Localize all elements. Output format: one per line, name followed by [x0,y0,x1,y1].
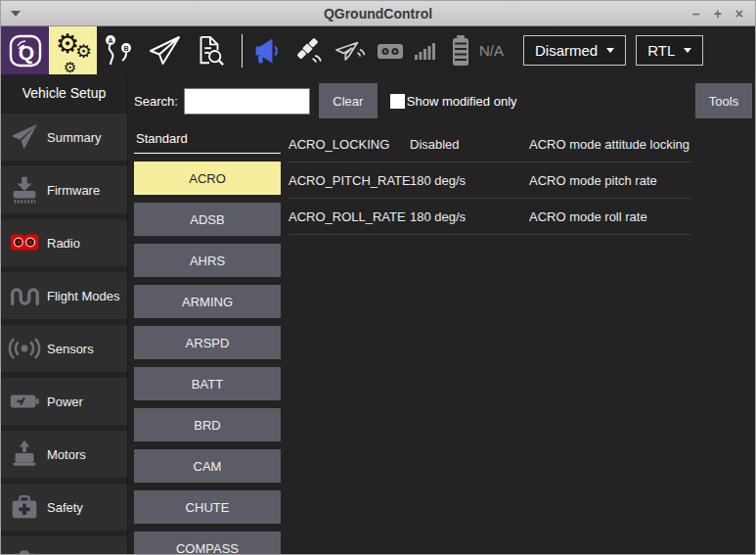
category-ahrs[interactable]: AHRS [134,244,281,277]
param-description: ACRO mode roll rate [529,209,691,224]
main-toolbar: Q ⚙ ⚙ ⚙ A B [1,26,755,74]
parameter-table: ACRO_LOCKING Disabled ACRO mode attitude… [289,126,691,554]
sidebar-item-motors[interactable]: Motors [1,431,127,478]
messages-indicator[interactable] [252,35,284,67]
category-chute[interactable]: CHUTE [134,490,281,524]
paper-plane-icon [147,33,182,69]
maximize-button[interactable]: + [714,7,722,21]
flight-modes-wave-icon [5,276,44,315]
category-list: Standard ACRO ADSB AHRS ARMING ARSPD BAT… [134,126,281,554]
sidebar-item-label: Sensors [47,342,94,356]
param-description: ACRO mode pitch rate [529,173,691,188]
chevron-down-icon [684,48,691,53]
param-name: ACRO_ROLL_RATE [289,209,410,224]
search-label: Search: [134,94,178,109]
plan-view-button[interactable]: A B [97,26,142,74]
telemetry-plane-icon [333,35,368,67]
close-button[interactable]: × [735,7,743,21]
sidebar-item-camera[interactable]: Camera [1,536,127,555]
param-value: Disabled [410,137,529,152]
minimize-button[interactable]: – [692,7,700,21]
search-input[interactable] [184,88,310,115]
rc-signal-indicator[interactable] [415,41,436,61]
sensors-icon [5,329,44,368]
category-compass[interactable]: COMPASS [134,532,281,554]
fly-view-button[interactable] [142,26,187,74]
show-modified-label: Show modified only [407,94,517,109]
gear-icon: ⚙ [75,40,92,63]
megaphone-icon [252,35,284,67]
battery-indicator[interactable] [451,35,470,67]
waypoints-icon: A B [102,33,137,69]
sidebar-item-label: Safety [47,500,83,515]
clear-button[interactable]: Clear [319,83,378,118]
safety-case-icon [5,487,44,527]
titlebar: QGroundControl – + × [1,1,755,26]
qgc-logo-icon: Q [8,33,43,69]
param-value: 180 deg/s [410,209,529,224]
satellite-icon [292,35,324,67]
sidebar-item-summary[interactable]: Summary [1,114,127,161]
rc-rssi-indicator[interactable] [377,39,406,63]
sidebar-item-safety[interactable]: Safety [1,484,127,531]
svg-text:A: A [108,36,112,43]
category-cam[interactable]: CAM [134,449,281,483]
battery-icon [451,35,470,67]
qgroundcontrol-window: QGroundControl – + × Q ⚙ ⚙ ⚙ A [0,0,756,555]
sidebar-item-label: Summary [47,130,102,145]
svg-text:B: B [123,44,128,51]
param-name: ACRO_LOCKING [289,137,410,152]
sidebar-item-label: Radio [47,236,80,251]
flight-mode-dropdown[interactable]: RTL [636,35,703,66]
category-group-label: Standard [134,126,281,154]
category-arspd[interactable]: ARSPD [134,326,281,359]
analyze-view-button[interactable] [187,26,232,74]
sidebar-item-power[interactable]: Power [1,378,127,425]
vehicle-setup-sidebar: Vehicle Setup Summary [1,74,128,554]
sidebar-title: Vehicle Setup [1,85,127,101]
sidebar-item-label: Flight Modes [47,289,119,303]
signal-bars-icon [415,41,436,61]
parameter-editor: Search: Clear Show modified only Tools S… [128,74,755,554]
sidebar-item-label: Power [47,394,83,409]
sidebar-item-label: Firmware [47,183,100,198]
toolbar-separator [242,34,243,68]
param-name: ACRO_PITCH_RATE [289,173,410,188]
svg-text:Q: Q [18,41,33,64]
armed-state-dropdown[interactable]: Disarmed [523,35,626,66]
param-value: 180 deg/s [410,173,529,188]
sidebar-item-label: Motors [47,447,86,462]
category-acro[interactable]: ACRO [134,162,281,195]
chevron-down-icon [606,48,614,53]
category-arming[interactable]: ARMING [134,285,281,318]
category-adsb[interactable]: ADSB [134,203,281,236]
param-description: ACRO mode attitude locking [529,137,691,152]
tools-button[interactable]: Tools [695,83,752,118]
sidebar-item-flight-modes[interactable]: Flight Modes [1,272,127,319]
gps-indicator[interactable] [292,35,324,67]
camera-icon [5,540,44,555]
search-row: Search: Clear Show modified only Tools [134,82,752,119]
battery-status-text: N/A [479,42,504,59]
armed-state-label: Disarmed [535,42,598,59]
flight-mode-label: RTL [647,42,675,59]
qgc-logo-button[interactable]: Q [1,26,49,74]
category-batt[interactable]: BATT [134,367,281,400]
radio-goggles-icon [5,223,44,262]
table-row[interactable]: ACRO_PITCH_RATE 180 deg/s ACRO mode pitc… [289,162,691,199]
show-modified-checkbox[interactable] [390,94,405,109]
table-row[interactable]: ACRO_LOCKING Disabled ACRO mode attitude… [289,126,691,162]
document-search-icon [193,34,226,68]
sidebar-item-sensors[interactable]: Sensors [1,325,127,372]
sidebar-item-radio[interactable]: Radio [1,219,127,266]
sidebar-item-firmware[interactable]: Firmware [1,166,127,213]
firmware-chip-icon [5,170,44,209]
telemetry-rssi-indicator[interactable] [333,35,368,67]
rc-transmitter-icon [377,39,406,63]
motors-icon [5,435,44,474]
summary-plane-icon [5,117,44,157]
table-row[interactable]: ACRO_ROLL_RATE 180 deg/s ACRO mode roll … [289,199,691,235]
vehicle-setup-tab[interactable]: ⚙ ⚙ ⚙ [49,26,97,74]
category-brd[interactable]: BRD [134,408,281,441]
power-battery-icon [5,382,44,421]
